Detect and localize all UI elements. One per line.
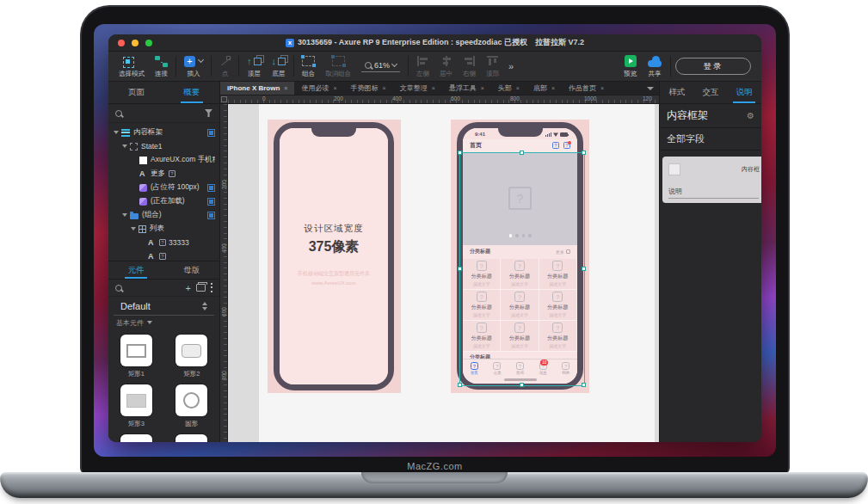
widget-item[interactable]: 圆形: [175, 384, 207, 428]
tab-elements[interactable]: 元件: [108, 261, 164, 279]
toolbar-button-align-center[interactable]: 居中: [434, 52, 458, 81]
phone1-screen[interactable]: 设计区域宽度 375像素 手机移动端交互原型通用元件库 www.AxureUX.…: [280, 128, 388, 384]
fullscreen-window-button[interactable]: [145, 40, 152, 46]
more-options-icon[interactable]: [211, 283, 212, 292]
expand-arrow-icon[interactable]: [122, 213, 127, 217]
document-tab[interactable]: 底部×: [526, 82, 562, 95]
tab-outline[interactable]: 概要: [164, 82, 220, 103]
gear-icon[interactable]: ⚙: [747, 111, 754, 120]
note-field-title: 内容框: [742, 165, 760, 174]
toolbar-button-point[interactable]: 点: [214, 52, 236, 81]
tab-样式[interactable]: 样式: [660, 82, 693, 103]
toolbar-button-label: 选择模式: [119, 70, 145, 78]
toolbar-button-ungroup[interactable]: 取消组合: [320, 52, 356, 81]
state-icon: [130, 143, 138, 151]
iphone-frame-1[interactable]: 设计区域宽度 375像素 手机移动端交互原型通用元件库 www.AxureUX.…: [274, 122, 394, 390]
expand-arrow-icon[interactable]: [131, 227, 136, 230]
toolbar-button-send-to-back[interactable]: ↓底层: [267, 52, 292, 81]
close-tab-icon[interactable]: ×: [516, 85, 520, 91]
login-button[interactable]: 登录: [675, 58, 751, 75]
toolbar-button-bring-to-front[interactable]: ↑顶层: [242, 52, 267, 81]
selection-handle[interactable]: [520, 383, 524, 387]
tree-row[interactable]: (组合): [108, 208, 219, 222]
close-tab-icon[interactable]: ×: [383, 85, 386, 91]
tab-说明[interactable]: 说明: [728, 82, 761, 103]
dynamic-panel-toggle-icon[interactable]: [207, 129, 215, 137]
toolbar-button-align-left[interactable]: 左侧: [411, 52, 434, 81]
note-input[interactable]: 说明: [668, 187, 759, 199]
expand-arrow-icon[interactable]: [114, 131, 119, 134]
dynamic-panel-toggle-icon[interactable]: [207, 198, 215, 206]
tree-row[interactable]: A?33333: [108, 236, 219, 249]
selection-handle[interactable]: [520, 151, 524, 155]
dynamic-panel-toggle-icon[interactable]: [207, 184, 215, 192]
document-tab[interactable]: 悬浮工具×: [442, 82, 491, 95]
tab-交互[interactable]: 交互: [693, 82, 727, 103]
selection-handle[interactable]: [582, 267, 586, 271]
close-tab-icon[interactable]: ×: [284, 85, 287, 91]
main-area: 页面 概要 内容框架State1AxureUX.com 手机移动A更多?(占位符…: [108, 82, 761, 442]
preview-button[interactable]: 预览: [619, 52, 642, 81]
share-button[interactable]: 共享: [642, 52, 668, 81]
widget-item[interactable]: 矩形3: [120, 384, 152, 428]
toolbar-divider: [175, 56, 176, 77]
widget-tile: [120, 335, 152, 366]
filter-icon[interactable]: [205, 109, 212, 117]
toolbar-button-connector[interactable]: 连接: [150, 52, 173, 81]
ruler-label: 600: [451, 95, 460, 101]
document-tab[interactable]: 使用必读×: [294, 82, 343, 95]
header-notification-icon[interactable]: ?: [563, 142, 570, 149]
selection-handle[interactable]: [458, 151, 462, 155]
widget-item[interactable]: 图片: [120, 434, 152, 442]
header-placeholder-icon[interactable]: ?: [552, 142, 559, 149]
selection-handle[interactable]: [582, 383, 586, 387]
note-card[interactable]: 内容框 说明: [662, 157, 761, 203]
toolbar-button-insert[interactable]: 插入: [179, 52, 208, 81]
document-tab[interactable]: 作品首页×: [562, 82, 611, 95]
library-pages-icon[interactable]: [196, 284, 206, 292]
tree-row[interactable]: (占位符 100px): [108, 181, 219, 194]
document-tab[interactable]: 头部×: [491, 82, 526, 95]
tree-row[interactable]: AxureUX.com 手机移动: [108, 153, 219, 167]
tab-list-caret-icon[interactable]: [647, 87, 654, 90]
close-tab-icon[interactable]: ×: [600, 85, 604, 91]
close-tab-icon[interactable]: ×: [551, 85, 555, 91]
ruler-label: 400: [392, 95, 402, 101]
document-tab[interactable]: 手势图标×: [344, 82, 393, 95]
artboard-design-width[interactable]: 设计区域宽度 375像素 手机移动端交互原型通用元件库 www.AxureUX.…: [268, 120, 401, 393]
tree-row[interactable]: 列表: [108, 222, 219, 236]
base-notch: [361, 472, 508, 483]
minimize-window-button[interactable]: [132, 40, 139, 46]
toolbar-button-align-top[interactable]: 顶部: [481, 52, 504, 81]
document-tab[interactable]: 文章整理×: [393, 82, 442, 95]
tab-pages[interactable]: 页面: [108, 82, 164, 103]
widget-item[interactable]: 矩形2: [175, 335, 207, 378]
close-tab-icon[interactable]: ×: [333, 85, 336, 91]
add-library-button[interactable]: +: [186, 284, 191, 292]
toolbar-more-button[interactable]: »: [504, 61, 518, 71]
widget-item[interactable]: 占位符: [175, 434, 207, 442]
document-tab[interactable]: iPhone X Brown×: [220, 82, 294, 95]
widget-item[interactable]: 矩形1: [120, 335, 152, 378]
tree-row[interactable]: State1: [108, 139, 219, 153]
zoom-control[interactable]: 61%: [361, 61, 400, 72]
library-section-header[interactable]: 基本元件: [108, 316, 219, 329]
dynamic-panel-toggle-icon[interactable]: [207, 212, 215, 219]
tree-row[interactable]: A?: [108, 249, 219, 261]
tree-row[interactable]: A更多?: [108, 167, 219, 181]
tree-row[interactable]: (正在加载): [108, 194, 219, 208]
tab-masters[interactable]: 母版: [164, 261, 220, 279]
toolbar-button-select-mode[interactable]: 选择模式: [114, 52, 150, 81]
toolbar-divider: [670, 56, 671, 77]
toolbar-button-align-right[interactable]: 右侧: [458, 52, 481, 81]
toolbar-button-group[interactable]: 组合: [297, 52, 320, 81]
expand-arrow-icon[interactable]: [122, 144, 127, 148]
selection-handle[interactable]: [582, 151, 586, 155]
close-tab-icon[interactable]: ×: [432, 85, 435, 91]
close-window-button[interactable]: [118, 40, 125, 46]
selection-handle[interactable]: [458, 267, 462, 271]
library-select[interactable]: Default: [114, 297, 214, 316]
tree-row[interactable]: 内容框架: [108, 126, 219, 139]
selection-handle[interactable]: [458, 383, 462, 387]
close-tab-icon[interactable]: ×: [481, 85, 484, 91]
